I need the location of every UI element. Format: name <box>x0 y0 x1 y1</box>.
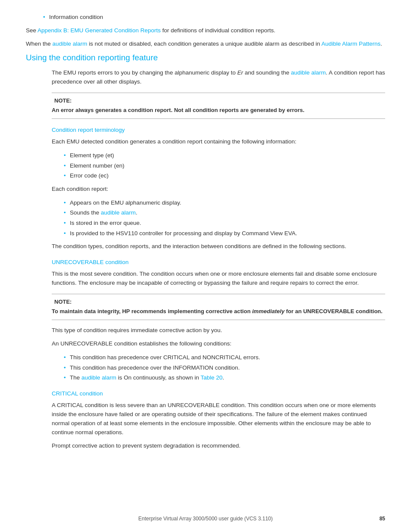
unrecoverable-text: This is the most severe condition. The c… <box>52 270 385 288</box>
bullet-information-condition: Information condition <box>43 13 385 22</box>
intro-italic: Er <box>237 69 243 76</box>
table20-link[interactable]: Table 20 <box>200 374 222 381</box>
bullet-precedence-critical: This condition has precedence over CRITI… <box>64 353 385 362</box>
note2-italic: immediately <box>252 308 284 314</box>
note2-label-text: NOTE: <box>54 299 72 305</box>
section-heading-using: Using the condition reporting feature <box>26 53 385 62</box>
terminology-bullets: Element type (et) Element number (en) Er… <box>64 151 385 180</box>
footer-text: Enterprise Virtual Array 3000/5000 user … <box>138 516 273 522</box>
note2-text: To maintain data integrity, HP recommend… <box>52 307 385 316</box>
condition-types-text: The condition types, condition reports, … <box>52 242 385 251</box>
sounds-audible-link[interactable]: audible alarm <box>101 209 136 216</box>
audible-alarm-mid: is not muted or disabled, each condition… <box>87 40 321 47</box>
audible-alarm-link1[interactable]: audible alarm <box>53 40 87 47</box>
intro-pre: The EMU reports errors to you by changin… <box>52 69 237 76</box>
top-bullets-list: Information condition <box>43 13 385 22</box>
note-box-1: NOTE: An error always generates a condit… <box>52 93 385 119</box>
intro-mid: and sounding the <box>243 69 291 76</box>
sub-heading-terminology: Condition report terminology <box>52 127 385 133</box>
bullet-element-type: Element type (et) <box>64 151 385 160</box>
note2-post: for an UNRECOVERABLE condition. <box>284 308 383 314</box>
unrecoverable-bullet-mid: is On continuously, as shown in <box>116 374 200 381</box>
each-condition-bullets: Appears on the EMU alphanumeric display.… <box>64 198 385 238</box>
critical-text1: A CRITICAL condition is less severe than… <box>52 401 385 437</box>
audible-alarm-post: . <box>380 40 382 47</box>
appendix-pre-text: See <box>26 27 37 34</box>
appendix-ref-paragraph: See Appendix B: EMU Generated Condition … <box>26 26 385 35</box>
sub-heading-critical: CRITICAL condition <box>52 390 385 397</box>
sub-heading-unrecoverable: UNRECOVERABLE condition <box>52 259 385 265</box>
note2-label: NOTE: <box>52 299 385 305</box>
bullet-appears: Appears on the EMU alphanumeric display. <box>64 198 385 208</box>
bullet-audible-on: The audible alarm is On continuously, as… <box>64 373 385 383</box>
intro-audible-link[interactable]: audible alarm <box>291 69 326 76</box>
audible-alarm-paragraph: When the audible alarm is not muted or d… <box>26 40 385 49</box>
unrecoverable-text2: This type of condition requires immediat… <box>52 326 385 335</box>
bullet-hsv: Is provided to the HSV110 controller for… <box>64 229 385 238</box>
terminology-intro: Each EMU detected condition generates a … <box>52 137 385 146</box>
each-condition-intro: Each condition report: <box>52 185 385 194</box>
note1-label-text: NOTE: <box>54 97 72 104</box>
unrecoverable-bullet-post: . <box>222 374 224 381</box>
appendix-link[interactable]: Appendix B: EMU Generated Condition Repo… <box>37 27 161 34</box>
critical-text2: Prompt corrective action to prevent syst… <box>52 442 385 451</box>
note2-pre: To maintain data integrity, HP recommend… <box>52 308 252 314</box>
unrecoverable-bullet-pre: The <box>70 374 81 381</box>
intro-paragraph: The EMU reports errors to you by changin… <box>52 68 385 87</box>
note1-label: NOTE: <box>52 97 385 104</box>
appendix-post-text: for definitions of individual condition … <box>161 27 275 34</box>
bullet-precedence-information: This condition has precedence over the I… <box>64 363 385 373</box>
sounds-post: . <box>136 209 137 216</box>
note1-text: An error always generates a condition re… <box>52 106 385 115</box>
bullet-stored: Is stored in the error queue. <box>64 218 385 228</box>
footer: Enterprise Virtual Array 3000/5000 user … <box>0 516 411 522</box>
bullet-sounds: Sounds the audible alarm. <box>64 208 385 218</box>
note-box-2: NOTE: To maintain data integrity, HP rec… <box>52 294 385 320</box>
unrecoverable-bullets: This condition has precedence over CRITI… <box>64 353 385 383</box>
bullet-element-number: Element number (en) <box>64 161 385 171</box>
sounds-pre: Sounds the <box>70 209 101 216</box>
footer-page-number: 85 <box>380 516 385 522</box>
bullet-error-code: Error code (ec) <box>64 171 385 180</box>
audible-alarm-pre: When the <box>26 40 53 47</box>
unrecoverable-audible-link[interactable]: audible alarm <box>81 374 116 381</box>
audible-alarm-patterns-link[interactable]: Audible Alarm Patterns <box>321 40 380 47</box>
unrecoverable-text3: An UNRECOVERABLE condition establishes t… <box>52 339 385 348</box>
